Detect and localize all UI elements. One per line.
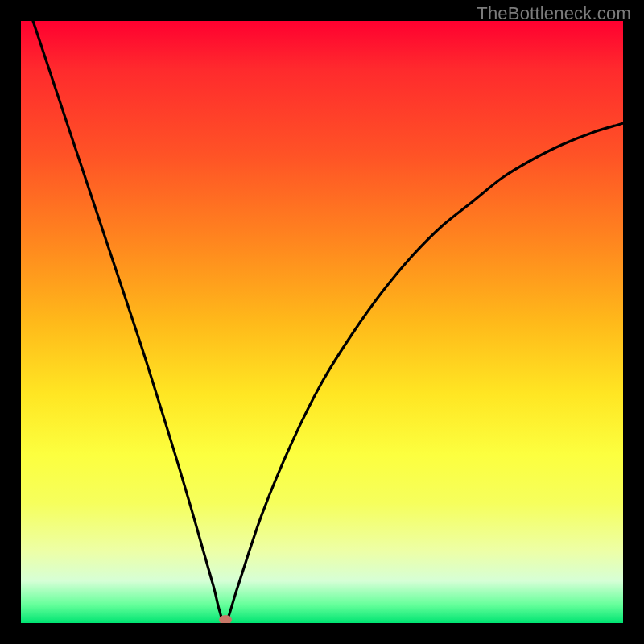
watermark-text: TheBottleneck.com xyxy=(477,3,631,24)
bottleneck-curve xyxy=(21,21,623,623)
optimal-marker xyxy=(219,615,232,623)
plot-area xyxy=(21,21,623,623)
curve-path xyxy=(33,21,623,623)
chart-frame: TheBottleneck.com xyxy=(0,0,644,644)
